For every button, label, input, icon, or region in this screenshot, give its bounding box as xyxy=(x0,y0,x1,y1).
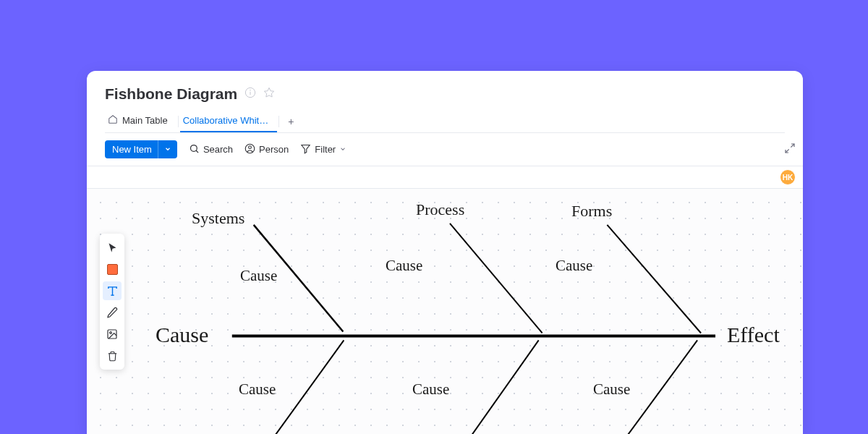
avatar[interactable]: HK xyxy=(780,169,796,185)
cause-label[interactable]: Cause xyxy=(240,267,277,285)
tab-divider xyxy=(278,116,279,127)
tab-collaborative-whiteboard[interactable]: Collaborative Whit… xyxy=(180,111,278,132)
svg-point-4 xyxy=(190,145,197,151)
svg-point-7 xyxy=(249,145,252,148)
tab-divider xyxy=(178,116,179,127)
text-tool[interactable] xyxy=(103,281,122,300)
fishbone-diagram: Cause Effect Systems Process Forms Cause… xyxy=(87,189,803,434)
svg-marker-8 xyxy=(302,145,310,153)
tab-label: Collaborative Whit… xyxy=(183,115,269,126)
tabs: Main Table Collaborative Whit… + xyxy=(105,110,785,133)
new-item-label: New Item xyxy=(105,140,158,158)
filter-icon xyxy=(300,143,311,156)
drawing-toolbar xyxy=(100,234,124,370)
canvas-area[interactable]: Cause Effect Systems Process Forms Cause… xyxy=(87,188,803,434)
page-title: Fishbone Diagram xyxy=(105,85,237,103)
cause-label[interactable]: Cause xyxy=(239,380,276,399)
add-tab-button[interactable]: + xyxy=(281,113,301,130)
expand-icon[interactable] xyxy=(784,142,796,157)
svg-point-2 xyxy=(250,90,251,90)
svg-point-14 xyxy=(110,332,112,334)
svg-line-9 xyxy=(791,144,794,148)
pen-tool[interactable] xyxy=(103,303,122,322)
tab-main-table[interactable]: Main Table xyxy=(105,110,176,132)
title-row: Fishbone Diagram xyxy=(105,85,785,103)
filter-button[interactable]: Filter xyxy=(300,143,346,156)
new-item-button[interactable]: New Item xyxy=(105,140,177,158)
svg-line-5 xyxy=(196,150,198,153)
search-button[interactable]: Search xyxy=(189,143,233,156)
cause-label[interactable]: Cause xyxy=(412,380,449,399)
search-icon xyxy=(189,143,200,156)
chevron-down-icon[interactable] xyxy=(158,140,177,158)
cause-label[interactable]: Cause xyxy=(386,257,422,275)
star-icon[interactable] xyxy=(263,87,275,101)
toolbar: New Item Search Person Filter xyxy=(87,133,803,166)
pointer-tool[interactable] xyxy=(103,238,122,257)
svg-line-20 xyxy=(452,340,539,434)
person-button[interactable]: Person xyxy=(244,143,289,156)
tab-label: Main Table xyxy=(122,115,168,126)
category-label[interactable]: Forms xyxy=(571,202,612,221)
chevron-down-icon xyxy=(339,144,346,155)
cause-label[interactable]: Cause xyxy=(556,257,592,275)
shape-tool[interactable] xyxy=(103,260,122,278)
svg-marker-3 xyxy=(265,88,274,97)
search-label: Search xyxy=(203,144,233,155)
person-label: Person xyxy=(259,144,289,155)
avatar-row: HK xyxy=(87,166,803,188)
home-icon xyxy=(108,114,118,127)
square-icon xyxy=(107,264,118,275)
diagram-head-label[interactable]: Cause xyxy=(156,323,208,347)
delete-tool[interactable] xyxy=(103,346,122,365)
svg-line-18 xyxy=(607,225,701,333)
person-icon xyxy=(244,143,255,156)
category-label[interactable]: Process xyxy=(416,200,464,219)
svg-line-10 xyxy=(786,149,789,153)
filter-label: Filter xyxy=(315,144,336,155)
diagram-tail-label[interactable]: Effect xyxy=(727,323,780,347)
info-icon[interactable] xyxy=(244,87,256,101)
app-window: Fishbone Diagram Main Table Collaborativ… xyxy=(87,71,803,434)
header: Fishbone Diagram Main Table Collaborativ… xyxy=(87,71,803,133)
cause-label[interactable]: Cause xyxy=(593,380,630,399)
svg-line-17 xyxy=(450,224,542,333)
image-tool[interactable] xyxy=(103,325,122,344)
category-label[interactable]: Systems xyxy=(192,209,244,228)
